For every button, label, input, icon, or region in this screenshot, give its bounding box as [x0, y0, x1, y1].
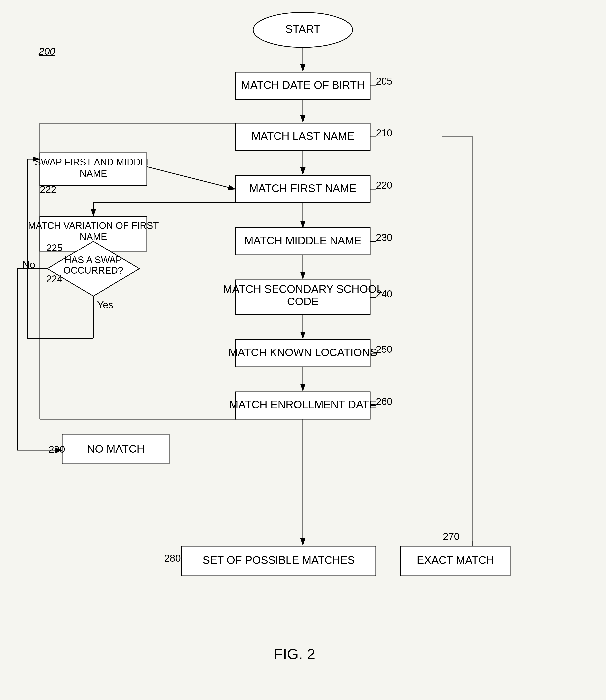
diagram-number-label: 200 [38, 46, 55, 57]
label-225-line2: OCCURRED? [64, 265, 123, 275]
label-205: MATCH DATE OF BIRTH [241, 79, 365, 91]
label-222-line2: NAME [79, 168, 107, 178]
ref-230: 230 [376, 232, 393, 243]
ref-260: 260 [376, 396, 393, 407]
label-222-line1: SWAP FIRST AND MIDDLE [34, 157, 152, 167]
label-210: MATCH LAST NAME [251, 130, 354, 142]
label-290: NO MATCH [87, 443, 144, 455]
ref-290: 290 [49, 444, 65, 455]
ref-205: 205 [376, 76, 393, 87]
ref-210: 210 [376, 127, 393, 138]
ref-250: 250 [376, 344, 393, 355]
ref-240: 240 [376, 288, 393, 299]
ref-270: 270 [443, 531, 460, 542]
label-220: MATCH FIRST NAME [249, 182, 356, 194]
ref-222: 222 [40, 184, 56, 195]
label-225-line1: HAS A SWAP [65, 255, 122, 265]
label-variation-line1: MATCH VARIATION OF FIRST [28, 220, 159, 231]
start-label: START [285, 23, 320, 35]
ref-224: 224 [46, 273, 63, 284]
ref-220: 220 [376, 179, 393, 191]
flowchart-diagram: 200 START MATCH DATE OF BIRTH 205 MATCH … [0, 0, 606, 700]
label-250: MATCH KNOWN LOCATIONS [229, 346, 377, 359]
label-270: EXACT MATCH [417, 554, 494, 566]
label-280: SET OF POSSIBLE MATCHES [203, 554, 355, 566]
label-230: MATCH MIDDLE NAME [244, 234, 362, 246]
arrow-222-to-220 [147, 167, 235, 189]
yes-label: Yes [97, 299, 113, 310]
figure-caption: FIG. 2 [274, 646, 315, 662]
ref-225: 225 [46, 242, 63, 253]
label-240-line2: CODE [287, 295, 319, 308]
ref-280: 280 [164, 553, 181, 564]
label-240-line1: MATCH SECONDARY SCHOOL [223, 283, 383, 295]
label-260: MATCH ENROLLMENT DATE [229, 399, 376, 411]
label-variation-line2: NAME [79, 232, 107, 242]
